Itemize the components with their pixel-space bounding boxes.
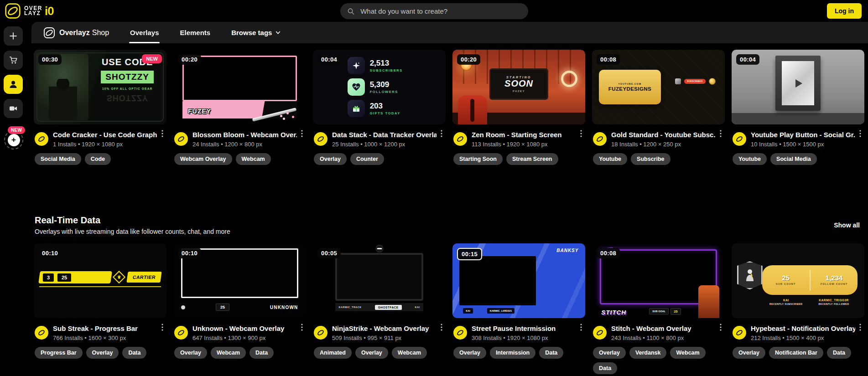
show-all-link[interactable]: Show all (834, 221, 860, 235)
tag[interactable]: Webcam (670, 347, 705, 359)
more-options-icon[interactable] (438, 324, 445, 333)
tag[interactable]: Youtube (593, 153, 627, 165)
shop-cart-button[interactable] (4, 51, 23, 70)
progress-segment: 3 25 (38, 271, 112, 283)
total-count: 25 (57, 273, 71, 281)
card-sub-streak[interactable]: 00:10 3 25 ♛ CARTIER Sub Streak (34, 243, 166, 374)
card-thumbnail[interactable]: 00:05 KARMIC_TRACK GHOSTFACE KAI (313, 243, 446, 318)
card-thumbnail[interactable]: 00:04 2,513 SUBSCRIBERS 5,309 (313, 50, 446, 124)
clips-button[interactable] (4, 99, 23, 118)
tag[interactable]: Youtube (733, 153, 767, 165)
soon-text: SOON (504, 79, 533, 88)
overlay-card-grid: 00:30 NEW USE CODE SHOTZZY 10% OFF ALL O… (34, 50, 864, 165)
card-stitch[interactable]: 00:08 STITCH SUB GOAL 25 Stitch - Webcam… (592, 243, 725, 374)
more-options-icon[interactable] (438, 130, 445, 139)
card-ninjastrike[interactable]: 00:05 KARMIC_TRACK GHOSTFACE KAI NinjaSt… (313, 243, 446, 374)
card-hypebeast[interactable]: 25 SUB COUNT 1,234 FOLLOW COUNT KAI RECE… (732, 243, 864, 374)
tag[interactable]: Overlay (174, 347, 207, 359)
tag[interactable]: Data (122, 347, 146, 359)
creator-avatar (733, 132, 746, 146)
stat-label: GIFTS TODAY (370, 111, 400, 115)
card-thumbnail[interactable]: 00:20 FUZEY (173, 50, 306, 124)
tag[interactable]: Stream Screen (506, 153, 558, 165)
search-input[interactable] (359, 7, 521, 15)
tag[interactable]: Overlay (733, 347, 765, 359)
tag[interactable]: Social Media (770, 153, 817, 165)
more-options-icon[interactable] (159, 130, 166, 139)
tag[interactable]: Subscribe (631, 153, 670, 165)
card-thumbnail[interactable]: 00:20 STARTING SOON FUZEY (452, 50, 585, 124)
tag[interactable]: Overlay (453, 347, 486, 359)
tag[interactable]: Overlay (314, 153, 347, 165)
more-options-icon[interactable] (857, 130, 863, 139)
tag[interactable]: Webcam (392, 347, 427, 359)
tag[interactable]: Code (85, 153, 111, 165)
card-zen-room[interactable]: 00:20 STARTING SOON FUZEY Zen Ro (452, 50, 585, 165)
tag-list: Webcam Overlay Webcam (173, 153, 306, 165)
tag[interactable]: Webcam Overlay (174, 153, 232, 165)
card-youtube-play-button[interactable]: 00:04 Youtube Play Button - Social Gr... (732, 50, 864, 165)
tag[interactable]: Data (593, 362, 617, 374)
tag[interactable]: Data (539, 347, 563, 359)
card-blossom-bloom[interactable]: 00:20 FUZEY Blossom Bloom - Webcam Over.… (173, 50, 306, 165)
duration-badge: 00:10 (38, 248, 62, 258)
more-options-icon[interactable] (578, 324, 584, 333)
tag[interactable]: Overlay (593, 347, 626, 359)
card-thumbnail[interactable]: 00:30 NEW USE CODE SHOTZZY 10% OFF ALL O… (34, 50, 166, 124)
tag[interactable]: Intermission (490, 347, 535, 359)
shop-brand[interactable]: Overlayz Shop (43, 27, 109, 39)
tag[interactable]: Social Media (35, 153, 81, 165)
tag[interactable]: Webcam (236, 153, 271, 165)
card-meta: 212 Installs • 1500 × 400 px (751, 335, 863, 341)
more-options-icon[interactable] (299, 130, 305, 139)
card-thumbnail[interactable]: 00:08 STITCH SUB GOAL 25 (592, 243, 725, 318)
card-thumbnail[interactable]: 25 SUB COUNT 1,234 FOLLOW COUNT KAI RECE… (732, 243, 864, 318)
card-gold-standard[interactable]: 00:08 YOUTUBE.COM FUZEYDESIGNS SUBSCRIBE… (592, 50, 725, 165)
shop-navbar: Overlayz Shop Overlays Elements Browse t… (31, 22, 868, 43)
tag[interactable]: Progress Bar (35, 347, 83, 359)
video-camera-icon (9, 104, 18, 113)
tag[interactable]: Overlay (86, 347, 119, 359)
more-options-icon[interactable] (578, 130, 584, 139)
tag[interactable]: Overlay (355, 347, 388, 359)
more-options-icon[interactable] (159, 324, 166, 333)
recent-follow-name: KARMIC_TRIGG3R (810, 299, 858, 302)
tab-overlays[interactable]: Overlays (130, 22, 159, 43)
overlayz-logo[interactable]: OVER LAYZ i0 (0, 3, 54, 19)
real-time-data-card-grid: 00:10 3 25 ♛ CARTIER Sub Streak (34, 243, 864, 374)
tag[interactable]: Animated (314, 347, 352, 359)
tag[interactable]: Data (827, 347, 851, 359)
more-options-icon[interactable] (857, 324, 863, 333)
card-thumbnail[interactable]: 00:10 25 UNKNOWN (173, 243, 306, 318)
mirror-text: SHOTZZY (92, 93, 162, 103)
card-code-cracker[interactable]: 00:30 NEW USE CODE SHOTZZY 10% OFF ALL O… (34, 50, 166, 165)
card-title: Hypebeast - Notification Overlay (751, 324, 855, 332)
login-button[interactable]: Log in (827, 3, 862, 19)
search-bar[interactable] (340, 3, 528, 19)
sub-count: 3 (43, 273, 54, 281)
tag[interactable]: Verdansk (629, 347, 667, 359)
more-options-icon[interactable] (717, 324, 724, 333)
card-thumbnail[interactable]: 00:08 YOUTUBE.COM FUZEYDESIGNS SUBSCRIBE… (592, 50, 725, 124)
card-thumbnail[interactable]: 00:15 BANKSY KAI KARMIC_L0RD321 (452, 243, 585, 318)
tag[interactable]: Webcam (211, 347, 246, 359)
more-options-icon[interactable] (299, 324, 305, 333)
play-button-plaque (775, 56, 821, 111)
card-data-stack[interactable]: 00:04 2,513 SUBSCRIBERS 5,309 (313, 50, 446, 165)
card-thumbnail[interactable]: 00:10 3 25 ♛ CARTIER (34, 243, 166, 318)
create-button[interactable] (4, 26, 23, 46)
thumb-text: USE CODE SHOTZZY 10% OFF ALL OPTIC GEAR … (92, 57, 162, 103)
tab-elements[interactable]: Elements (180, 22, 210, 43)
browse-tags-dropdown[interactable]: Browse tags (231, 29, 281, 36)
profile-button[interactable] (4, 75, 23, 94)
tag-list: Youtube Social Media (732, 153, 864, 165)
tag[interactable]: Notification Bar (769, 347, 823, 359)
more-options-icon[interactable] (717, 130, 724, 139)
tag[interactable]: Counter (350, 153, 384, 165)
tag[interactable]: Data (249, 347, 274, 359)
new-feature-button[interactable]: NEW + (4, 130, 23, 149)
card-thumbnail[interactable]: 00:04 (732, 50, 864, 124)
card-street-pause[interactable]: 00:15 BANKSY KAI KARMIC_L0RD321 Street P… (452, 243, 585, 374)
card-unknown-webcam[interactable]: 00:10 25 UNKNOWN Unknown - Webcam Overla… (173, 243, 306, 374)
tag[interactable]: Starting Soon (453, 153, 503, 165)
